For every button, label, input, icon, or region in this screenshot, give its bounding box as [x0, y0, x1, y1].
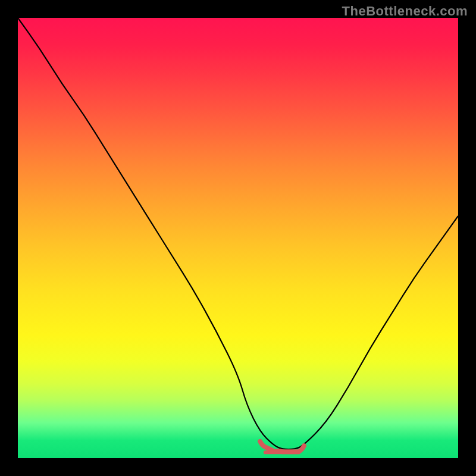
optimal-zone-bar: [264, 450, 300, 454]
chart-frame: TheBottleneck.com: [0, 0, 476, 476]
watermark-label: TheBottleneck.com: [342, 4, 468, 19]
marker-layer: [18, 18, 458, 458]
optimal-zone-marker: [260, 441, 304, 452]
plot-area: [18, 18, 458, 458]
